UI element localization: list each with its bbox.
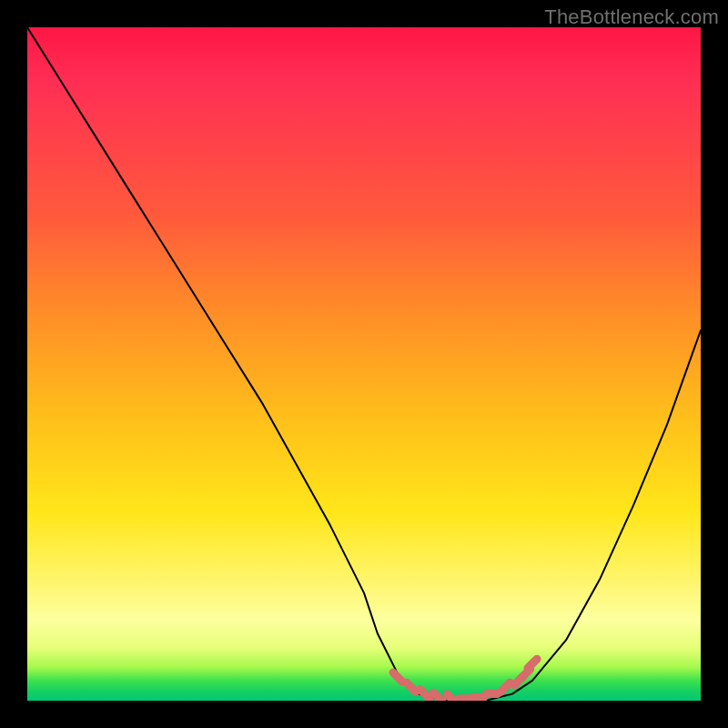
optimal-marker <box>500 682 510 692</box>
optimal-marker <box>393 672 402 682</box>
bottleneck-curve <box>27 27 701 701</box>
optimal-marker <box>407 682 416 692</box>
watermark-text: TheBottleneck.com <box>544 5 719 29</box>
optimal-marker <box>420 690 430 699</box>
optimal-marker <box>447 694 456 701</box>
optimal-marker <box>528 659 537 668</box>
chart-svg <box>27 27 701 701</box>
optimal-range-markers <box>393 659 537 701</box>
optimal-marker <box>433 693 442 701</box>
chart-frame: TheBottleneck.com <box>0 0 728 728</box>
chart-plot-area <box>27 27 701 701</box>
